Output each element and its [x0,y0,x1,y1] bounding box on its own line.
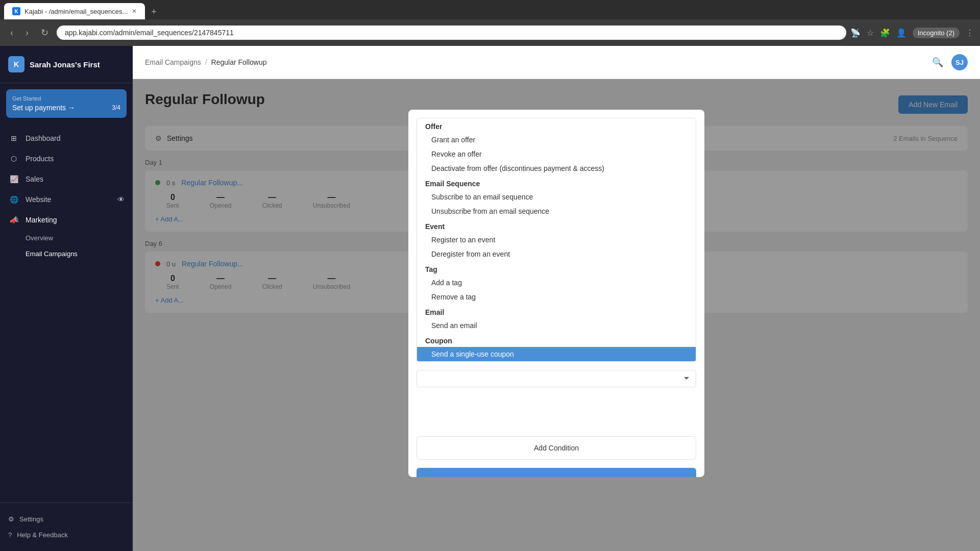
dropdown-item-subscribe-seq[interactable]: Subscribe to an email sequence [417,190,696,204]
breadcrumb-current: Regular Followup [211,58,267,66]
sidebar-item-website[interactable]: 🌐 Website 👁 [0,189,133,210]
group-event-label: Event [417,218,696,233]
marketing-subnav: Overview Email Campaigns [0,230,133,262]
incognito-badge: Incognito (2) [913,28,960,38]
dropdown-item-deactivate-offer[interactable]: Deactivate from offer (discontinues paym… [417,161,696,176]
dropdown-item-add-tag[interactable]: Add a tag [417,276,696,290]
sales-icon: 📈 [8,175,19,183]
website-icon: 🌐 [8,195,19,204]
bookmark-icon[interactable]: ☆ [867,28,874,38]
forward-button[interactable]: › [21,26,33,40]
back-button[interactable]: ‹ [6,26,17,40]
marketing-icon: 📣 [8,216,19,224]
sidebar-item-marketing[interactable]: 📣 Marketing [0,210,133,230]
active-tab[interactable]: K Kajabi - /admin/email_sequences... ✕ [4,3,145,19]
sidebar-header: K Sarah Jonas's First [0,46,133,83]
modal-spacer [408,395,704,408]
dropdown-item-send-email[interactable]: Send an email [417,318,696,333]
address-bar[interactable]: app.kajabi.com/admin/email_sequences/214… [57,26,846,40]
promo-step: 3/4 [112,104,120,111]
modal-spacer-2 [408,408,704,420]
extension-icon[interactable]: 🧩 [880,28,890,38]
settings-label: Settings [19,515,43,523]
main-content: Email Campaigns / Regular Followup 🔍 SJ … [133,46,980,551]
app-name: Sarah Jonas's First [30,60,100,69]
dropdown-item-grant-offer[interactable]: Grant an offer [417,133,696,147]
menu-icon[interactable]: ⋮ [966,28,974,38]
group-email-label: Email [417,304,696,318]
sidebar-item-label: Sales [26,175,43,183]
group-offer-label: Offer [417,118,696,133]
add-condition-button[interactable]: Add Condition [416,436,696,460]
sidebar-subitem-email-campaigns[interactable]: Email Campaigns [26,246,133,262]
sidebar-item-label: Products [26,155,54,163]
breadcrumb: Email Campaigns / Regular Followup [145,58,267,66]
sidebar: K Sarah Jonas's First Get Started Set up… [0,46,133,551]
new-tab-button[interactable]: + [147,5,161,19]
app-logo: K [8,56,24,72]
sidebar-subitem-overview[interactable]: Overview [26,230,133,246]
help-icon: ? [8,531,12,539]
breadcrumb-separator: / [205,58,207,66]
sidebar-nav: ⊞ Dashboard ⬡ Products 📈 Sales 🌐 Website… [0,124,133,503]
action-dropdown-list: Offer Grant an offer Revoke an offer Dea… [416,118,696,362]
search-icon[interactable]: 🔍 [932,57,943,68]
sidebar-item-label: Marketing [26,216,57,224]
save-button[interactable]: Save [416,468,696,477]
coupon-select[interactable] [416,370,696,387]
settings-icon: ⚙ [8,515,14,523]
modal-overlay: Offer Grant an offer Revoke an offer Dea… [133,79,980,551]
products-icon: ⬡ [8,155,19,163]
dropdown-item-send-coupon[interactable]: Send a single-use coupon [417,347,696,361]
sidebar-item-label: Dashboard [26,134,61,142]
profile-icon[interactable]: 👤 [896,28,906,38]
dropdown-item-register-event[interactable]: Register to an event [417,233,696,247]
dropdown-item-unsubscribe-seq[interactable]: Unsubscribe from an email sequence [417,204,696,218]
sidebar-footer: ⚙ Settings ? Help & Feedback [0,503,133,551]
group-email-sequence-label: Email Sequence [417,176,696,190]
dashboard-icon: ⊞ [8,134,19,142]
address-text: app.kajabi.com/admin/email_sequences/214… [65,29,234,37]
sidebar-item-products[interactable]: ⬡ Products [0,148,133,169]
modal-spacer-3 [408,420,704,432]
promo-cta: Set up payments → 3/4 [12,104,120,112]
breadcrumb-parent[interactable]: Email Campaigns [145,58,201,66]
group-tag-label: Tag [417,261,696,276]
promo-step-label: Get Started [12,95,120,102]
tab-close-icon[interactable]: ✕ [132,8,137,15]
group-coupon-label: Coupon [417,333,696,347]
screen-cast-icon: 📡 [850,28,861,38]
dropdown-item-remove-tag[interactable]: Remove a tag [417,290,696,304]
tab-favicon: K [12,7,20,15]
page-content: Regular Followup Add New Email ⚙ Setting… [133,79,980,551]
action-modal: Offer Grant an offer Revoke an offer Dea… [408,110,704,477]
main-header: Email Campaigns / Regular Followup 🔍 SJ [133,46,980,79]
tab-label: Kajabi - /admin/email_sequences... [24,8,128,15]
header-actions: 🔍 SJ [932,54,968,70]
dropdown-item-deregister-event[interactable]: Deregister from an event [417,247,696,261]
reload-button[interactable]: ↻ [37,25,53,40]
user-avatar[interactable]: SJ [951,54,968,70]
sidebar-item-settings[interactable]: ⚙ Settings [8,511,125,527]
website-visibility-icon: 👁 [117,195,125,204]
dropdown-item-revoke-offer[interactable]: Revoke an offer [417,147,696,161]
help-label: Help & Feedback [17,531,68,539]
promo-banner[interactable]: Get Started Set up payments → 3/4 [6,89,127,118]
sidebar-item-help[interactable]: ? Help & Feedback [8,527,125,543]
sidebar-item-sales[interactable]: 📈 Sales [0,169,133,189]
sidebar-item-dashboard[interactable]: ⊞ Dashboard [0,128,133,148]
sidebar-item-label: Website [26,195,51,204]
modal-body: Offer Grant an offer Revoke an offer Dea… [408,110,704,477]
